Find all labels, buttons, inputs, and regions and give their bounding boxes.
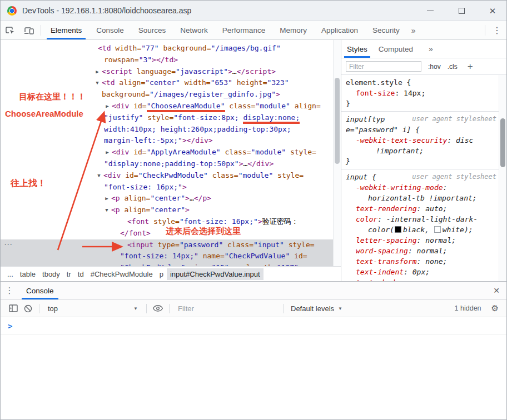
breadcrumb-item[interactable]: #CheckPwdModule	[87, 268, 156, 280]
style-rule-line[interactable]: text-transform: none;	[341, 256, 506, 267]
dom-tree-line[interactable]: <input type="password" class="input" sty…	[1, 239, 341, 251]
elements-scrollbar[interactable]	[333, 40, 341, 266]
styles-filter-input[interactable]	[346, 61, 421, 72]
tab-network[interactable]: Network	[173, 21, 215, 39]
dom-tree-line[interactable]: ▼<p align="center">	[1, 204, 341, 216]
style-rule-line[interactable]: }	[341, 156, 506, 167]
style-rule-line[interactable]: horizontal-tb !important;	[341, 193, 506, 203]
style-rule-line[interactable]: text-rendering: auto;	[341, 203, 506, 214]
style-rule-line[interactable]: !important;	[341, 146, 506, 156]
dom-tree-line[interactable]: </font>	[1, 228, 341, 239]
tab-console-drawer[interactable]: Console	[18, 282, 62, 299]
style-rule-line[interactable]: -webkit-text-security: disc	[341, 135, 506, 146]
dom-tree-line[interactable]: ▼<div id="CheckPwdModule" class="module"…	[1, 170, 341, 182]
tab-console[interactable]: Console	[89, 21, 131, 39]
style-rule-line[interactable]: color(black, white);	[341, 224, 506, 235]
breadcrumb-item[interactable]: input#CheckPwdValue.input	[167, 268, 264, 280]
tab-computed[interactable]: Computed	[373, 40, 419, 58]
drawer-menu-button[interactable]: ⋮	[1, 282, 18, 299]
styles-scrollbar[interactable]	[499, 75, 506, 281]
color-swatch-white-icon[interactable]	[434, 226, 441, 233]
breadcrumb-item[interactable]: ...	[4, 268, 17, 280]
tab-elements[interactable]: Elements	[43, 21, 89, 39]
maximize-button[interactable]	[453, 2, 470, 19]
style-rule-line[interactable]: text-shadow: none;	[341, 277, 506, 281]
drawer-close-button[interactable]: ✕	[486, 282, 506, 299]
toggle-element-state-button[interactable]: :hov	[428, 63, 441, 71]
new-style-rule-button[interactable]: +	[468, 61, 473, 72]
style-rule-line[interactable]: word-spacing: normal;	[341, 246, 506, 256]
dom-tree-line[interactable]: "font-size: 14px;" name="CheckPwdValue" …	[1, 251, 341, 262]
console-prompt-row[interactable]: >	[1, 317, 506, 335]
scrollbar-thumb[interactable]	[335, 78, 340, 164]
style-rule-line[interactable]: letter-spacing: normal;	[341, 235, 506, 246]
dom-tree-line[interactable]: "justify" style="font-size:8px; display:…	[1, 112, 341, 124]
clear-console-button[interactable]	[21, 304, 35, 313]
scrollbar-thumb[interactable]	[500, 118, 505, 167]
style-rule-line[interactable]: }	[341, 98, 506, 109]
collapsed-arrow-icon[interactable]: ▶	[93, 66, 101, 78]
collapsed-arrow-icon[interactable]: ▶	[103, 147, 111, 158]
style-rule-line[interactable]: color: -internal-light-dark-	[341, 214, 506, 224]
collapsed-arrow-icon[interactable]: ▶	[103, 193, 111, 204]
console-sidebar-button[interactable]	[6, 304, 21, 312]
color-swatch-black-icon[interactable]	[395, 226, 401, 233]
css-property-value: normal;	[425, 236, 456, 244]
selected-node-more-icon[interactable]: ⋯	[4, 239, 12, 251]
dom-tree-line[interactable]: rowspan="3"></td>	[1, 54, 341, 66]
style-rule[interactable]: user agent stylesheetinput[type="passwor…	[341, 112, 506, 169]
more-tabs-button[interactable]: »	[407, 21, 420, 39]
dom-token: </div>	[247, 159, 274, 168]
style-rule[interactable]: user agent stylesheetinput {-webkit-writ…	[341, 169, 506, 281]
expanded-arrow-icon[interactable]: ▼	[95, 170, 103, 182]
dom-tree-line[interactable]: ▶<p align="center">…</p>	[1, 193, 341, 204]
dom-tree-line[interactable]: "display:none;padding-top:50px">…</div>	[1, 158, 341, 170]
style-rule-line[interactable]: user agent stylesheetinput[typ	[341, 114, 506, 124]
element-classes-button[interactable]: .cls	[448, 63, 458, 71]
dom-tree-line[interactable]: background="/images/register_gdinfo.jpg"…	[1, 89, 341, 101]
devtools-menu-button[interactable]: ⋮	[488, 21, 506, 39]
console-filter-input[interactable]	[177, 304, 279, 313]
dom-tree-line[interactable]: ▶<script language="javascript">…</script…	[1, 66, 341, 78]
tab-application[interactable]: Application	[314, 21, 365, 39]
dom-tree-line[interactable]: "font-size: 16px;">	[1, 182, 341, 193]
dom-tree-line[interactable]: <font style="font-size: 16px;">验证密码：	[1, 216, 341, 228]
live-expression-button[interactable]	[151, 305, 165, 312]
style-rule-line[interactable]: text-indent: 0px;	[341, 267, 506, 277]
minimize-button[interactable]	[422, 2, 439, 19]
tab-security[interactable]: Security	[365, 21, 407, 39]
dom-tree-line[interactable]: "CheckPwdValue" size="15" maxlength="127…	[1, 262, 341, 266]
style-rule-line[interactable]: -webkit-writing-mode:	[341, 182, 506, 193]
tab-performance[interactable]: Performance	[215, 21, 272, 39]
style-rule-line[interactable]: user agent stylesheetinput {	[341, 172, 506, 182]
log-levels-selector[interactable]: Default levels ▼	[287, 304, 346, 313]
tab-styles[interactable]: Styles	[341, 40, 373, 58]
breadcrumb-item[interactable]: tbody	[39, 268, 63, 280]
style-rule-line[interactable]: e="password" i] {	[341, 124, 506, 135]
device-toolbar-button[interactable]	[19, 21, 38, 39]
dom-tree-line[interactable]: ▶<div id="ApplyAreaModule" class="module…	[1, 147, 341, 158]
collapsed-arrow-icon[interactable]: ▶	[103, 101, 111, 112]
dom-tree-line[interactable]: ▼<td align="center" width="653" height="…	[1, 77, 341, 89]
style-rule-line[interactable]: element.style {	[341, 77, 506, 88]
expanded-arrow-icon[interactable]: ▼	[93, 77, 101, 89]
dom-tree-line[interactable]: width:410px; height:260px;padding-top:30…	[1, 124, 341, 136]
breadcrumb-item[interactable]: p	[156, 268, 167, 280]
breadcrumb-item[interactable]: tr	[63, 268, 74, 280]
expanded-arrow-icon[interactable]: ▼	[103, 204, 111, 216]
dom-tree-line[interactable]: margin-left:-5px;"></div>	[1, 135, 341, 147]
dom-tree-line[interactable]: ▶<div id="ChooseAreaModule" class="modul…	[1, 101, 341, 112]
style-rule-line[interactable]: font-size: 14px;	[341, 88, 506, 98]
inspect-element-button[interactable]	[1, 21, 19, 39]
tab-sources[interactable]: Sources	[131, 21, 173, 39]
breadcrumb-item[interactable]: td	[74, 268, 87, 280]
tab-memory[interactable]: Memory	[272, 21, 314, 39]
style-rule[interactable]: element.style {font-size: 14px;}	[341, 75, 506, 112]
dom-tree-line[interactable]: <td width="77" background="/images/bg.gi…	[1, 43, 341, 54]
sidebar-more-tabs-button[interactable]: »	[423, 40, 439, 58]
console-settings-button[interactable]: ⚙	[491, 303, 499, 313]
javascript-context-selector[interactable]: top ▼	[43, 304, 142, 313]
close-button[interactable]: ✕	[484, 2, 501, 19]
breadcrumb-item[interactable]: table	[17, 268, 39, 280]
console-output[interactable]: >	[1, 317, 506, 419]
